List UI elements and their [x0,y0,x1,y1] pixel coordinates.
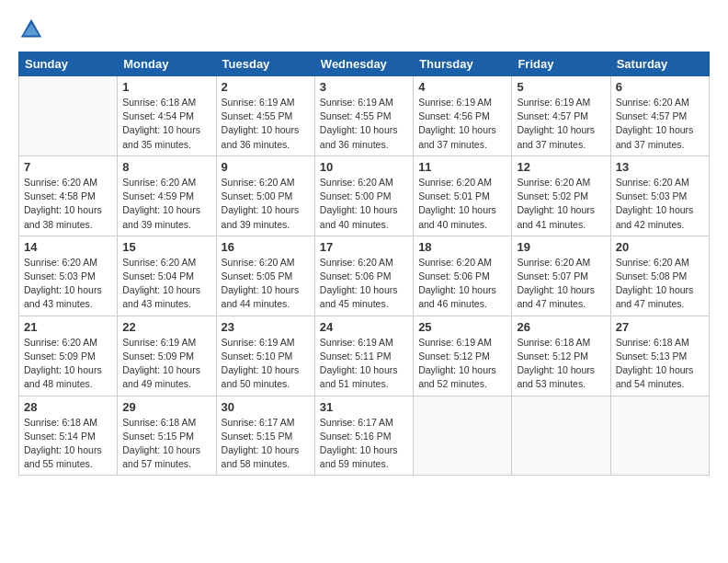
logo-icon [18,17,44,42]
week-row-3: 21Sunrise: 6:20 AMSunset: 5:09 PMDayligh… [19,316,710,396]
sun-info: Sunrise: 6:20 AMSunset: 5:08 PMDaylight:… [616,256,704,312]
calendar-cell: 30Sunrise: 6:17 AMSunset: 5:15 PMDayligh… [216,396,314,476]
calendar-cell: 31Sunrise: 6:17 AMSunset: 5:16 PMDayligh… [314,396,413,476]
sun-info: Sunrise: 6:20 AMSunset: 4:59 PMDaylight:… [122,176,210,232]
sun-info: Sunrise: 6:20 AMSunset: 5:05 PMDaylight:… [222,256,310,312]
day-number: 3 [320,80,408,94]
day-number: 1 [122,80,210,94]
calendar-cell: 11Sunrise: 6:20 AMSunset: 5:01 PMDayligh… [414,155,512,236]
calendar-table: SundayMondayTuesdayWednesdayThursdayFrid… [18,52,710,476]
sun-info: Sunrise: 6:20 AMSunset: 5:04 PMDaylight:… [122,256,210,312]
sun-info: Sunrise: 6:20 AMSunset: 5:07 PMDaylight:… [517,256,605,312]
calendar-cell: 20Sunrise: 6:20 AMSunset: 5:08 PMDayligh… [610,236,709,316]
day-header-friday: Friday [512,52,610,76]
calendar-cell [414,396,512,476]
sun-info: Sunrise: 6:19 AMSunset: 4:57 PMDaylight:… [517,96,605,152]
header [18,17,710,42]
calendar-cell: 15Sunrise: 6:20 AMSunset: 5:04 PMDayligh… [118,236,216,316]
sun-info: Sunrise: 6:20 AMSunset: 5:00 PMDaylight:… [320,176,408,232]
week-row-2: 14Sunrise: 6:20 AMSunset: 5:03 PMDayligh… [19,236,710,316]
day-number: 4 [418,80,506,94]
sun-info: Sunrise: 6:19 AMSunset: 5:11 PMDaylight:… [320,336,408,392]
calendar-cell: 5Sunrise: 6:19 AMSunset: 4:57 PMDaylight… [512,76,610,156]
sun-info: Sunrise: 6:20 AMSunset: 5:06 PMDaylight:… [320,256,408,312]
sun-info: Sunrise: 6:20 AMSunset: 5:01 PMDaylight:… [418,176,506,232]
day-number: 21 [24,320,112,334]
sun-info: Sunrise: 6:20 AMSunset: 4:57 PMDaylight:… [616,96,704,152]
calendar-cell [610,396,709,476]
day-number: 7 [24,160,112,174]
day-number: 25 [418,320,506,334]
day-number: 24 [320,320,408,334]
calendar-page: SundayMondayTuesdayWednesdayThursdayFrid… [0,0,728,485]
day-header-thursday: Thursday [414,52,512,76]
sun-info: Sunrise: 6:19 AMSunset: 5:10 PMDaylight:… [222,336,310,392]
day-header-wednesday: Wednesday [314,52,413,76]
day-number: 23 [222,320,310,334]
week-row-4: 28Sunrise: 6:18 AMSunset: 5:14 PMDayligh… [19,396,710,476]
calendar-cell: 13Sunrise: 6:20 AMSunset: 5:03 PMDayligh… [610,155,709,236]
week-row-1: 7Sunrise: 6:20 AMSunset: 4:58 PMDaylight… [19,155,710,236]
sun-info: Sunrise: 6:18 AMSunset: 5:14 PMDaylight:… [24,416,112,472]
calendar-cell: 27Sunrise: 6:18 AMSunset: 5:13 PMDayligh… [610,316,709,396]
calendar-cell: 25Sunrise: 6:19 AMSunset: 5:12 PMDayligh… [414,316,512,396]
sun-info: Sunrise: 6:18 AMSunset: 4:54 PMDaylight:… [122,96,210,152]
sun-info: Sunrise: 6:18 AMSunset: 5:15 PMDaylight:… [122,416,210,472]
logo [18,17,46,42]
calendar-cell: 12Sunrise: 6:20 AMSunset: 5:02 PMDayligh… [512,155,610,236]
header-row: SundayMondayTuesdayWednesdayThursdayFrid… [19,52,710,76]
sun-info: Sunrise: 6:20 AMSunset: 5:02 PMDaylight:… [517,176,605,232]
calendar-cell: 21Sunrise: 6:20 AMSunset: 5:09 PMDayligh… [19,316,118,396]
day-number: 6 [616,80,704,94]
day-number: 10 [320,160,408,174]
day-number: 30 [222,400,310,414]
calendar-cell: 23Sunrise: 6:19 AMSunset: 5:10 PMDayligh… [216,316,314,396]
day-number: 18 [418,240,506,254]
day-header-saturday: Saturday [610,52,709,76]
calendar-cell: 3Sunrise: 6:19 AMSunset: 4:55 PMDaylight… [314,76,413,156]
calendar-cell: 17Sunrise: 6:20 AMSunset: 5:06 PMDayligh… [314,236,413,316]
calendar-cell: 6Sunrise: 6:20 AMSunset: 4:57 PMDaylight… [610,76,709,156]
day-number: 8 [122,160,210,174]
sun-info: Sunrise: 6:19 AMSunset: 4:55 PMDaylight:… [320,96,408,152]
day-number: 20 [616,240,704,254]
sun-info: Sunrise: 6:20 AMSunset: 5:00 PMDaylight:… [222,176,310,232]
calendar-cell: 22Sunrise: 6:19 AMSunset: 5:09 PMDayligh… [118,316,216,396]
calendar-cell: 29Sunrise: 6:18 AMSunset: 5:15 PMDayligh… [118,396,216,476]
day-number: 19 [517,240,605,254]
sun-info: Sunrise: 6:20 AMSunset: 5:03 PMDaylight:… [616,176,704,232]
calendar-cell: 1Sunrise: 6:18 AMSunset: 4:54 PMDaylight… [118,76,216,156]
sun-info: Sunrise: 6:17 AMSunset: 5:16 PMDaylight:… [320,416,408,472]
sun-info: Sunrise: 6:20 AMSunset: 5:09 PMDaylight:… [24,336,112,392]
day-header-tuesday: Tuesday [216,52,314,76]
day-number: 17 [320,240,408,254]
calendar-cell: 4Sunrise: 6:19 AMSunset: 4:56 PMDaylight… [414,76,512,156]
day-number: 9 [222,160,310,174]
day-number: 29 [122,400,210,414]
calendar-cell: 14Sunrise: 6:20 AMSunset: 5:03 PMDayligh… [19,236,118,316]
day-number: 22 [122,320,210,334]
calendar-cell: 16Sunrise: 6:20 AMSunset: 5:05 PMDayligh… [216,236,314,316]
sun-info: Sunrise: 6:18 AMSunset: 5:13 PMDaylight:… [616,336,704,392]
sun-info: Sunrise: 6:17 AMSunset: 5:15 PMDaylight:… [222,416,310,472]
week-row-0: 1Sunrise: 6:18 AMSunset: 4:54 PMDaylight… [19,76,710,156]
day-number: 31 [320,400,408,414]
day-header-monday: Monday [118,52,216,76]
calendar-cell: 26Sunrise: 6:18 AMSunset: 5:12 PMDayligh… [512,316,610,396]
calendar-cell: 19Sunrise: 6:20 AMSunset: 5:07 PMDayligh… [512,236,610,316]
sun-info: Sunrise: 6:19 AMSunset: 4:56 PMDaylight:… [418,96,506,152]
day-number: 27 [616,320,704,334]
day-number: 14 [24,240,112,254]
calendar-cell: 9Sunrise: 6:20 AMSunset: 5:00 PMDaylight… [216,155,314,236]
calendar-cell: 10Sunrise: 6:20 AMSunset: 5:00 PMDayligh… [314,155,413,236]
sun-info: Sunrise: 6:19 AMSunset: 5:09 PMDaylight:… [122,336,210,392]
sun-info: Sunrise: 6:19 AMSunset: 4:55 PMDaylight:… [222,96,310,152]
calendar-cell: 2Sunrise: 6:19 AMSunset: 4:55 PMDaylight… [216,76,314,156]
calendar-cell: 24Sunrise: 6:19 AMSunset: 5:11 PMDayligh… [314,316,413,396]
calendar-cell: 18Sunrise: 6:20 AMSunset: 5:06 PMDayligh… [414,236,512,316]
sun-info: Sunrise: 6:20 AMSunset: 5:06 PMDaylight:… [418,256,506,312]
day-number: 15 [122,240,210,254]
day-number: 11 [418,160,506,174]
day-number: 2 [222,80,310,94]
sun-info: Sunrise: 6:20 AMSunset: 4:58 PMDaylight:… [24,176,112,232]
